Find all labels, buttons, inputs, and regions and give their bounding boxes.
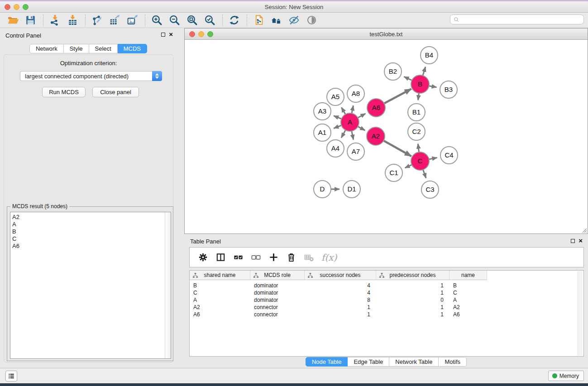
edge-C-C3[interactable]	[423, 170, 426, 178]
column-header-name[interactable]: name	[449, 271, 487, 280]
tab-mcds[interactable]: MCDS	[118, 44, 147, 53]
table-tab-edge-table[interactable]: Edge Table	[348, 357, 389, 367]
result-item[interactable]: A	[10, 221, 171, 228]
table-tab-network-table[interactable]: Network Table	[389, 357, 439, 367]
node-C[interactable]: C	[411, 152, 429, 170]
network-zoom-traffic-light[interactable]	[207, 31, 213, 37]
column-header-mcds-role[interactable]: MCDS role	[250, 271, 305, 280]
export-image-button[interactable]	[125, 14, 139, 27]
cell-shared-name[interactable]: B	[190, 282, 250, 289]
home-button[interactable]	[269, 14, 283, 27]
cell-shared-name[interactable]: A2	[190, 304, 250, 310]
cell-shared-name[interactable]: A	[190, 297, 250, 303]
cell-successor-nodes[interactable]: 4	[305, 290, 376, 296]
column-header-shared-name[interactable]: shared name	[190, 271, 250, 280]
edge-A-A2[interactable]	[358, 127, 365, 131]
show-details-button[interactable]	[305, 14, 318, 27]
search-input[interactable]	[461, 16, 580, 23]
close-traffic-light[interactable]	[5, 4, 10, 10]
columns-button[interactable]	[213, 250, 228, 265]
edge-B-B2[interactable]	[404, 76, 412, 80]
edge-A2-C[interactable]	[383, 141, 411, 156]
cell-predecessor-nodes[interactable]: 1	[376, 311, 449, 318]
node-A7[interactable]: A7	[347, 143, 364, 160]
new-network-button[interactable]	[252, 14, 265, 27]
node-A[interactable]: A	[341, 113, 359, 131]
window-resize-grip[interactable]	[581, 227, 587, 233]
cell-predecessor-nodes[interactable]: 0	[376, 297, 449, 303]
criterion-select[interactable]: largest connected component (directed)	[20, 71, 162, 81]
node-D1[interactable]: D1	[343, 181, 360, 198]
node-A6[interactable]: A6	[367, 99, 385, 117]
node-B1[interactable]: B1	[408, 104, 425, 121]
tab-network[interactable]: Network	[29, 44, 64, 53]
float-panel-icon[interactable]	[161, 33, 165, 37]
edge-A-A1[interactable]	[334, 125, 341, 128]
edge-C-C4[interactable]	[429, 157, 437, 159]
column-header-predecessor-nodes[interactable]: predecessor nodes	[376, 271, 449, 280]
table-row[interactable]: A2connector11A2	[190, 304, 583, 311]
import-table-button[interactable]	[66, 14, 79, 27]
edge-C-C2[interactable]	[418, 144, 419, 152]
network-close-traffic-light[interactable]	[189, 31, 195, 37]
edge-A-A7[interactable]	[352, 131, 354, 140]
cell-name[interactable]: A	[449, 297, 487, 303]
zoom-fit-button[interactable]	[185, 14, 199, 27]
node-A1[interactable]: A1	[314, 124, 331, 141]
edge-A6-B[interactable]	[384, 89, 411, 103]
edge-A-A8[interactable]	[352, 105, 354, 113]
cell-name[interactable]: A6	[449, 311, 487, 318]
table-tab-node-table[interactable]: Node Table	[306, 357, 348, 367]
close-panel-button[interactable]: Close panel	[92, 87, 139, 97]
trash-button[interactable]	[283, 250, 299, 265]
export-table-button[interactable]	[108, 14, 121, 27]
cell-successor-nodes[interactable]: 4	[305, 282, 376, 289]
cell-mcds-role[interactable]: dominator	[250, 290, 305, 296]
open-session-button[interactable]	[6, 14, 19, 27]
table-close-panel-icon[interactable]: ×	[578, 238, 583, 243]
tab-select[interactable]: Select	[89, 44, 118, 53]
node-A5[interactable]: A5	[327, 88, 344, 105]
cell-predecessor-nodes[interactable]: 1	[376, 282, 449, 289]
edge-A-A5[interactable]	[341, 107, 345, 114]
save-session-button[interactable]	[24, 14, 37, 27]
run-mcds-button[interactable]: Run MCDS	[42, 87, 86, 97]
close-panel-icon[interactable]: ×	[169, 32, 173, 37]
minimize-traffic-light[interactable]	[14, 4, 19, 10]
cell-predecessor-nodes[interactable]: 1	[376, 290, 449, 296]
result-list-scrollbar[interactable]	[165, 212, 171, 358]
gear-button[interactable]	[195, 250, 210, 265]
edge-C-C1[interactable]	[405, 165, 412, 168]
cell-successor-nodes[interactable]: 8	[305, 297, 376, 303]
cell-successor-nodes[interactable]: 1	[305, 304, 376, 310]
zoom-selected-button[interactable]	[203, 14, 216, 27]
table-tab-motifs[interactable]: Motifs	[439, 357, 467, 367]
node-C4[interactable]: C4	[440, 147, 458, 164]
cell-predecessor-nodes[interactable]: 1	[376, 304, 449, 310]
cell-mcds-role[interactable]: dominator	[250, 297, 305, 303]
table-float-panel-icon[interactable]	[571, 239, 575, 243]
network-graph[interactable]: AA1A2A3A4A5A6A7A8BB1B2B3B4CC1C2C3C4DD1	[185, 40, 588, 234]
edge-B-B4[interactable]	[423, 67, 425, 76]
cell-successor-nodes[interactable]: 1	[305, 311, 376, 318]
node-B[interactable]: B	[411, 75, 429, 93]
table-row[interactable]: A6connector11A6	[190, 311, 583, 318]
refresh-button[interactable]	[227, 14, 241, 27]
cell-mcds-role[interactable]: dominator	[250, 282, 305, 289]
table-row[interactable]: Cdominator41C	[190, 289, 583, 296]
cell-shared-name[interactable]: C	[190, 290, 250, 296]
edge-B-B3[interactable]	[429, 86, 437, 87]
node-C2[interactable]: C2	[408, 123, 425, 140]
zoom-in-button[interactable]	[150, 14, 163, 27]
cell-name[interactable]: B	[449, 282, 487, 289]
result-item[interactable]: A6	[10, 243, 171, 250]
tab-style[interactable]: Style	[64, 44, 89, 53]
node-B4[interactable]: B4	[421, 47, 438, 64]
search-field[interactable]	[450, 14, 584, 24]
table-row[interactable]: Bdominator41B	[190, 282, 583, 289]
node-B2[interactable]: B2	[384, 63, 402, 80]
memory-button[interactable]: Memory	[548, 371, 584, 381]
node-A3[interactable]: A3	[314, 103, 331, 120]
cell-name[interactable]: A2	[449, 304, 487, 310]
deselect-all-button[interactable]	[248, 250, 263, 265]
